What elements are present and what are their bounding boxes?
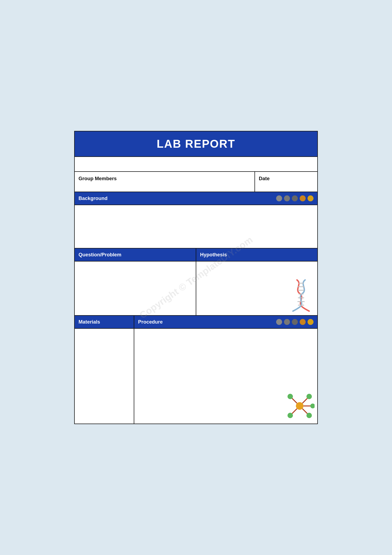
header-row: LAB REPORT	[75, 131, 317, 157]
dot-4	[300, 195, 306, 201]
hypothesis-content[interactable]	[196, 262, 317, 315]
proc-dot-3	[292, 319, 298, 325]
qp-content-row	[75, 262, 317, 316]
dot-2	[284, 195, 290, 201]
group-members-label: Group Members	[79, 176, 117, 181]
proc-dot-5	[308, 319, 313, 325]
date-label: Date	[259, 176, 270, 181]
lab-report: Copyright © TemplateDIY.com LAB REPORT G…	[74, 131, 318, 424]
molecule-icon	[285, 391, 315, 421]
document-wrapper: Copyright © TemplateDIY.com LAB REPORT G…	[5, 131, 387, 424]
procedure-dots	[276, 319, 313, 325]
svg-point-15	[306, 413, 312, 418]
procedure-content[interactable]	[134, 329, 317, 424]
materials-content[interactable]	[75, 329, 134, 424]
dot-5	[308, 195, 313, 201]
svg-line-8	[292, 398, 297, 403]
proc-dot-2	[284, 319, 290, 325]
svg-line-12	[292, 409, 297, 414]
procedure-header: Procedure	[134, 316, 317, 328]
hypothesis-header: Hypothesis	[196, 249, 317, 261]
dot-3	[292, 195, 298, 201]
svg-line-10	[302, 398, 308, 403]
procedure-label: Procedure	[138, 319, 163, 325]
background-header: Background	[75, 192, 317, 205]
svg-line-14	[302, 409, 308, 414]
svg-point-17	[310, 404, 315, 408]
report-title: LAB REPORT	[157, 137, 235, 150]
dna-icon	[288, 277, 315, 312]
svg-point-9	[288, 394, 293, 399]
group-members-cell[interactable]: Group Members	[75, 172, 255, 192]
svg-point-13	[288, 413, 293, 418]
svg-point-7	[296, 402, 303, 410]
dot-1	[276, 195, 282, 201]
background-label: Background	[79, 195, 107, 201]
question-problem-header: Question/Problem	[75, 249, 196, 261]
proc-dot-4	[300, 319, 306, 325]
materials-header: Materials	[75, 316, 134, 328]
hypothesis-label: Hypothesis	[200, 252, 227, 257]
group-date-row: Group Members Date	[75, 172, 317, 192]
mat-proc-content	[75, 329, 317, 424]
name-row[interactable]	[75, 157, 317, 172]
proc-dot-1	[276, 319, 282, 325]
materials-label: Materials	[79, 319, 100, 325]
date-cell[interactable]: Date	[255, 172, 317, 192]
background-content[interactable]	[75, 205, 317, 249]
mat-proc-header: Materials Procedure	[75, 316, 317, 329]
background-dots	[276, 195, 313, 201]
qp-hyp-header: Question/Problem Hypothesis	[75, 249, 317, 262]
question-problem-content[interactable]	[75, 262, 196, 315]
question-problem-label: Question/Problem	[79, 252, 121, 257]
svg-point-11	[306, 394, 312, 399]
